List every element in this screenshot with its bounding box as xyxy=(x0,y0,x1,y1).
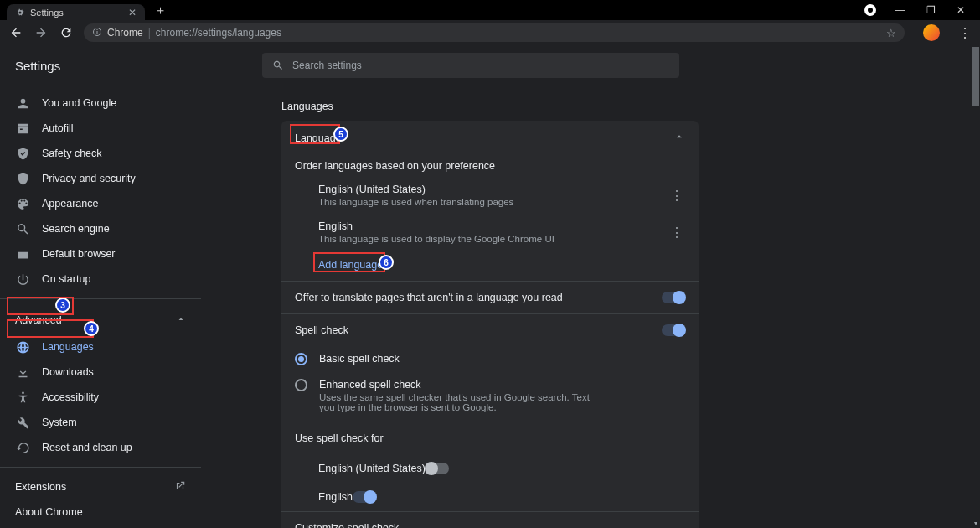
scrollbar-thumb[interactable] xyxy=(972,47,979,106)
sidebar-item-search-engine[interactable]: Search engine xyxy=(0,216,201,241)
profile-avatar[interactable] xyxy=(923,24,940,41)
settings-main: Languages Language 5 Order languages bas… xyxy=(201,85,980,528)
sidebar-item-accessibility[interactable]: Accessibility xyxy=(0,385,201,410)
download-icon xyxy=(15,365,30,380)
annotation-badge-4: 4 xyxy=(84,321,99,336)
sidebar-item-autofill[interactable]: Autofill xyxy=(0,116,201,141)
language-menu-button[interactable]: ⋮ xyxy=(668,225,685,241)
sidebar-item-on-startup[interactable]: On startup xyxy=(0,267,201,292)
back-button[interactable] xyxy=(8,25,23,40)
sidebar-item-label: Accessibility xyxy=(42,391,99,403)
add-languages-button[interactable]: Add languages 6 xyxy=(281,251,699,281)
offer-translate-label: Offer to translate pages that aren't in … xyxy=(295,292,662,303)
bookmark-star-icon[interactable]: ☆ xyxy=(886,27,896,39)
sidebar-divider xyxy=(0,467,201,468)
radio-unselected-icon xyxy=(295,379,307,391)
address-bar[interactable]: Chrome | chrome://settings/languages ☆ xyxy=(84,23,905,42)
spell-lang-toggle[interactable] xyxy=(426,463,449,474)
spell-lang-name: English (United States) xyxy=(318,463,426,474)
offer-translate-toggle[interactable] xyxy=(662,292,685,303)
sidebar-item-system[interactable]: System xyxy=(0,410,201,435)
close-window-button[interactable]: ✕ xyxy=(955,4,967,16)
sidebar-item-label: Extensions xyxy=(15,481,66,493)
languages-card: Language 5 Order languages based on your… xyxy=(281,121,699,528)
scrollbar-down-arrow[interactable]: ▾ xyxy=(972,520,980,528)
spell-lang-row: English xyxy=(281,483,699,511)
basic-spell-label: Basic spell check xyxy=(319,353,685,365)
order-hint: Order languages based on your preference xyxy=(281,155,699,177)
sidebar-item-label: Default browser xyxy=(42,248,116,260)
page-scrollbar[interactable]: ▾ xyxy=(972,45,980,528)
enhanced-spell-desc: Uses the same spell checker that's used … xyxy=(319,392,604,412)
language-expand-row[interactable]: Language 5 xyxy=(281,121,699,155)
spell-check-toggle[interactable] xyxy=(662,324,685,336)
language-entry: English (United States) This language is… xyxy=(281,177,699,214)
language-desc: This language is used when translating p… xyxy=(318,197,668,207)
sidebar-divider xyxy=(0,298,201,299)
sidebar-group-advanced[interactable]: Advanced xyxy=(0,306,201,334)
annotation-badge-6: 6 xyxy=(379,255,394,270)
omnibox-separator: | xyxy=(148,27,151,39)
omnibox-url: chrome://settings/languages xyxy=(156,27,281,39)
power-icon xyxy=(15,272,30,287)
reload-button[interactable] xyxy=(59,25,74,40)
close-tab-icon[interactable]: ✕ xyxy=(128,7,137,18)
browser-tab[interactable]: Settings ✕ xyxy=(7,4,145,20)
minimize-button[interactable]: — xyxy=(895,4,906,16)
sidebar-item-languages[interactable]: Languages xyxy=(0,334,201,360)
external-link-icon xyxy=(174,480,186,494)
customize-spell-row[interactable]: Customize spell check xyxy=(281,512,699,528)
sidebar-item-label: Safety check xyxy=(42,148,102,159)
svg-rect-2 xyxy=(97,29,98,30)
wrench-icon xyxy=(15,415,30,430)
sidebar-item-label: Languages xyxy=(42,341,94,353)
window-titlebar: Settings ✕ ＋ — ❐ ✕ xyxy=(0,0,980,20)
omnibox-app-label: Chrome xyxy=(107,27,143,39)
sidebar-item-label: Search engine xyxy=(42,223,110,235)
sidebar-item-privacy[interactable]: Privacy and security xyxy=(0,166,201,191)
restore-icon xyxy=(15,440,30,455)
page-title: Settings xyxy=(15,59,60,73)
browser-menu-button[interactable]: ⋮ xyxy=(958,25,972,41)
globe-icon xyxy=(15,339,30,355)
record-icon[interactable] xyxy=(864,4,876,16)
sidebar-item-default-browser[interactable]: Default browser xyxy=(0,241,201,267)
person-icon xyxy=(15,96,30,111)
spell-check-row: Spell check xyxy=(281,314,699,346)
accessibility-icon xyxy=(15,390,30,405)
language-desc: This language is used to display the Goo… xyxy=(318,234,668,244)
spell-lang-toggle[interactable] xyxy=(353,491,376,503)
maximize-button[interactable]: ❐ xyxy=(925,4,936,16)
language-name: English xyxy=(318,220,668,232)
new-tab-button[interactable]: ＋ xyxy=(150,0,170,20)
sidebar-item-about[interactable]: About Chrome xyxy=(0,500,201,525)
sidebar-item-safety-check[interactable]: Safety check xyxy=(0,141,201,166)
gear-icon xyxy=(15,8,25,18)
enhanced-spell-label: Enhanced spell check xyxy=(319,379,685,391)
sidebar-item-label: About Chrome xyxy=(15,506,83,518)
sidebar-item-label: Autofill xyxy=(42,122,74,134)
forward-button[interactable] xyxy=(34,25,49,40)
language-menu-button[interactable]: ⋮ xyxy=(668,188,685,204)
spell-check-options: Basic spell check Enhanced spell check U… xyxy=(281,346,699,419)
sidebar-item-appearance[interactable]: Appearance xyxy=(0,191,201,216)
sidebar-item-label: On startup xyxy=(42,273,90,285)
basic-spell-option[interactable]: Basic spell check xyxy=(281,346,699,372)
annotation-badge-5: 5 xyxy=(333,127,348,142)
sidebar-item-reset[interactable]: Reset and clean up xyxy=(0,435,201,460)
chevron-up-icon xyxy=(176,314,186,327)
sidebar-item-label: Privacy and security xyxy=(42,173,136,184)
sidebar-item-extensions[interactable]: Extensions xyxy=(0,474,201,500)
shield-icon xyxy=(15,171,30,186)
customize-spell-label: Customize spell check xyxy=(295,522,399,528)
sidebar-item-you-and-google[interactable]: You and Google xyxy=(0,91,201,116)
search-icon xyxy=(272,60,284,71)
enhanced-spell-option[interactable]: Enhanced spell check Uses the same spell… xyxy=(281,372,699,419)
site-info-icon[interactable] xyxy=(92,27,102,39)
use-spell-for-label: Use spell check for xyxy=(281,419,699,454)
sidebar-item-downloads[interactable]: Downloads xyxy=(0,360,201,385)
shield-check-icon xyxy=(15,146,30,161)
offer-translate-row: Offer to translate pages that aren't in … xyxy=(281,282,699,313)
search-settings-input[interactable]: Search settings xyxy=(262,53,679,78)
spell-lang-name: English xyxy=(318,491,353,503)
